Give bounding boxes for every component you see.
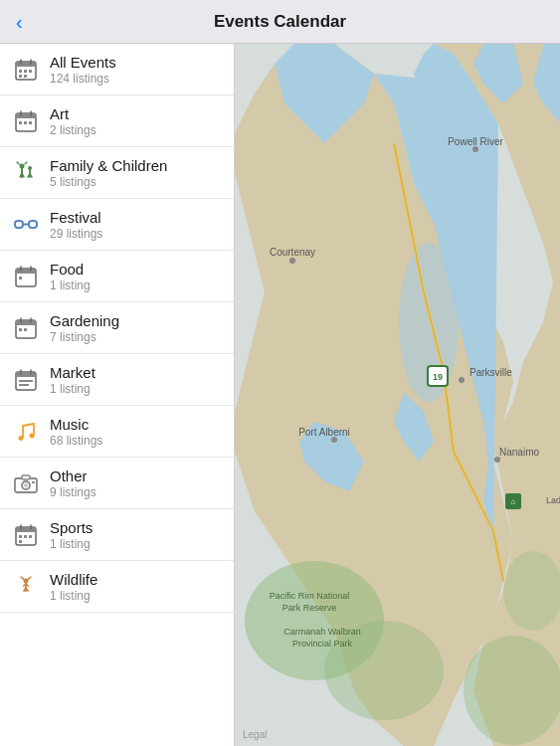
item-count: 68 listings: [50, 434, 102, 448]
svg-rect-63: [19, 540, 22, 543]
svg-text:Nanaimo: Nanaimo: [499, 447, 539, 458]
svg-point-88: [464, 636, 560, 745]
list-item[interactable]: Wildlife 1 listing: [0, 561, 234, 613]
item-text: Gardening 7 listings: [50, 312, 119, 344]
family-icon: [12, 159, 40, 187]
svg-point-53: [24, 483, 28, 487]
festival-icon: [12, 211, 40, 239]
item-name: All Events: [50, 54, 116, 71]
svg-rect-54: [22, 475, 30, 479]
item-text: Festival 29 listings: [50, 209, 102, 241]
item-count: 7 listings: [50, 330, 119, 344]
svg-rect-27: [15, 221, 23, 228]
list-item[interactable]: All Events 124 listings: [0, 44, 234, 95]
item-name: Sports: [50, 519, 93, 536]
item-count: 1 listing: [50, 279, 91, 292]
svg-point-49: [19, 436, 24, 441]
list-item[interactable]: Art 2 listings: [0, 95, 234, 147]
main-container: All Events 124 listings Art 2 listing: [0, 44, 560, 746]
svg-line-30: [14, 223, 15, 225]
item-name: Food: [50, 261, 91, 278]
svg-rect-28: [29, 221, 37, 228]
list-item[interactable]: Music 68 listings: [0, 406, 234, 458]
svg-text:Lad...: Lad...: [546, 495, 560, 505]
svg-rect-47: [19, 380, 33, 382]
svg-text:Pacific Rim National: Pacific Rim National: [270, 591, 350, 601]
item-name: Family & Children: [50, 157, 167, 174]
svg-rect-41: [19, 328, 22, 331]
item-name: Other: [50, 467, 96, 484]
list-item[interactable]: Other 9 listings: [0, 458, 234, 509]
svg-point-93: [289, 258, 295, 264]
item-name: Market: [50, 364, 95, 381]
list-item[interactable]: Family & Children 5 listings: [0, 147, 234, 199]
list-item[interactable]: Food 1 listing: [0, 251, 234, 302]
item-text: Music 68 listings: [50, 416, 102, 448]
calendar-icon: [12, 56, 40, 84]
svg-text:Port Alberni: Port Alberni: [298, 427, 350, 438]
item-text: Other 9 listings: [50, 467, 96, 499]
svg-rect-33: [16, 269, 36, 274]
svg-line-26: [25, 162, 27, 164]
item-text: Food 1 listing: [50, 261, 91, 292]
svg-rect-6: [29, 70, 32, 73]
item-count: 29 listings: [50, 227, 102, 241]
navigation-bar: ‹ Events Calendar: [0, 0, 560, 44]
item-count: 124 listings: [50, 72, 116, 86]
svg-point-50: [30, 433, 35, 438]
svg-text:Provincial Park: Provincial Park: [292, 639, 353, 649]
svg-rect-10: [16, 113, 36, 118]
svg-line-69: [22, 578, 24, 580]
sports-icon: [12, 521, 40, 549]
svg-rect-1: [16, 62, 36, 67]
list-item[interactable]: Market 1 listing: [0, 354, 234, 406]
svg-rect-48: [19, 384, 29, 386]
svg-rect-55: [32, 481, 35, 483]
svg-text:Carmanah Walbran: Carmanah Walbran: [283, 627, 361, 637]
list-item[interactable]: Festival 29 listings: [0, 199, 234, 251]
svg-line-71: [28, 578, 30, 580]
map-view[interactable]: 19 ⌂ Powell River Courtenay Parksville P…: [235, 44, 560, 746]
back-button[interactable]: ‹: [10, 4, 29, 39]
item-count: 1 listing: [50, 537, 93, 551]
item-count: 5 listings: [50, 175, 167, 189]
svg-rect-13: [19, 121, 22, 124]
item-text: Art 2 listings: [50, 105, 96, 137]
music-icon: [12, 418, 40, 446]
svg-point-94: [459, 377, 465, 383]
food-icon: [12, 263, 40, 290]
svg-text:Parksville: Parksville: [469, 367, 512, 378]
svg-rect-8: [24, 75, 27, 78]
svg-rect-60: [19, 535, 22, 538]
category-list: All Events 124 listings Art 2 listing: [0, 44, 235, 746]
item-count: 1 listing: [50, 589, 97, 603]
wildlife-icon: [12, 573, 40, 601]
item-name: Music: [50, 416, 102, 433]
item-name: Gardening: [50, 312, 119, 329]
art-icon: [12, 107, 40, 135]
page-title: Events Calendar: [214, 12, 346, 32]
item-count: 2 listings: [50, 123, 96, 137]
svg-text:⌂: ⌂: [511, 497, 516, 506]
svg-text:Courtenay: Courtenay: [270, 247, 315, 258]
svg-rect-5: [24, 70, 27, 73]
item-text: Wildlife 1 listing: [50, 571, 97, 603]
svg-text:Legal: Legal: [243, 729, 267, 740]
item-text: Sports 1 listing: [50, 519, 93, 551]
svg-text:Park Reserve: Park Reserve: [282, 603, 337, 613]
other-icon: [12, 469, 40, 497]
item-text: Family & Children 5 listings: [50, 157, 167, 189]
item-name: Festival: [50, 209, 102, 226]
item-name: Art: [50, 105, 96, 122]
list-item[interactable]: Sports 1 listing: [0, 509, 234, 561]
svg-rect-14: [24, 121, 27, 124]
item-count: 1 listing: [50, 382, 95, 396]
list-item[interactable]: Gardening 7 listings: [0, 302, 234, 354]
svg-rect-61: [24, 535, 27, 538]
svg-rect-7: [19, 75, 22, 78]
item-name: Wildlife: [50, 571, 97, 588]
svg-rect-62: [29, 535, 32, 538]
svg-text:Powell River: Powell River: [448, 136, 503, 147]
gardening-icon: [12, 314, 40, 342]
item-text: Market 1 listing: [50, 364, 95, 396]
